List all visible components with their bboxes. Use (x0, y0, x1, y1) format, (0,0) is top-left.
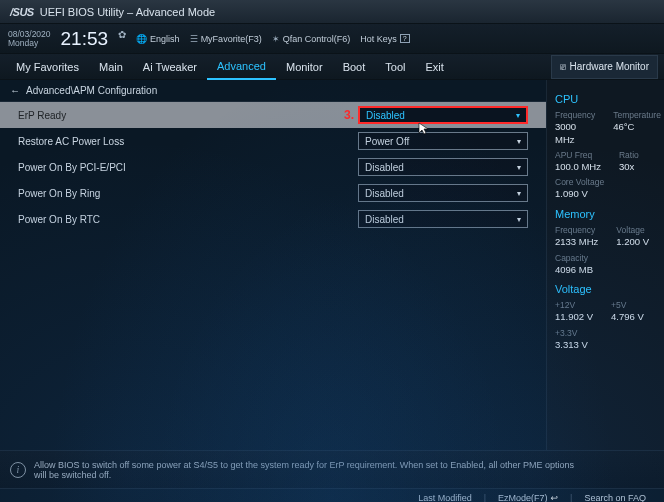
hw-label: Capacity (555, 253, 593, 264)
qfan-label: Qfan Control(F6) (283, 34, 351, 44)
ezmode-button[interactable]: EzMode(F7) ↪ (490, 493, 566, 503)
hardware-monitor-label: Hardware Monitor (570, 61, 649, 72)
dropdown-value: Disabled (365, 214, 404, 225)
info-icon: i (10, 462, 26, 478)
menu-item-main[interactable]: Main (89, 54, 133, 80)
footer-bar: Last Modified | EzMode(F7) ↪ | Search on… (0, 488, 664, 502)
brand-logo: /SUS (10, 6, 34, 18)
hw-label: +12V (555, 300, 593, 311)
hw-value: 3000 MHz (555, 121, 595, 146)
last-modified-button[interactable]: Last Modified (410, 493, 480, 503)
fan-icon: ✶ (272, 34, 280, 44)
date-block: 08/03/2020 Monday (8, 30, 51, 48)
dropdown[interactable]: Power Off▾ (358, 132, 528, 150)
breadcrumb-text: Advanced\APM Configuration (26, 85, 157, 96)
hw-value: 100.0 MHz (555, 161, 601, 173)
chevron-down-icon: ▾ (516, 111, 520, 120)
setting-row[interactable]: ErP Ready3.Disabled▾ (0, 102, 546, 128)
menu-bar: My FavoritesMainAi TweakerAdvancedMonito… (0, 54, 664, 80)
status-bar: 08/03/2020 Monday 21:53 ✿ 🌐 English ☰ My… (0, 24, 664, 54)
hw-value: 1.090 V (555, 188, 604, 200)
hw-cpu-title: CPU (555, 92, 656, 106)
help-bar: i Allow BIOS to switch off some power at… (0, 450, 664, 488)
setting-label: Power On By RTC (18, 214, 358, 225)
star-icon: ☰ (190, 34, 198, 44)
menu-item-boot[interactable]: Boot (333, 54, 376, 80)
dropdown[interactable]: Disabled▾ (358, 184, 528, 202)
hardware-monitor-button[interactable]: ⎚ Hardware Monitor (551, 55, 658, 79)
menu-item-advanced[interactable]: Advanced (207, 54, 276, 80)
myfavorite-label: MyFavorite(F3) (201, 34, 262, 44)
dropdown-value: Disabled (366, 110, 405, 121)
monitor-icon: ⎚ (560, 61, 566, 72)
settings-panel: ← Advanced\APM Configuration ErP Ready3.… (0, 80, 546, 450)
title-bar: /SUS UEFI BIOS Utility – Advanced Mode (0, 0, 664, 24)
menu-item-tool[interactable]: Tool (375, 54, 415, 80)
dropdown[interactable]: Disabled▾ (358, 106, 528, 124)
hw-label: Frequency (555, 225, 598, 236)
hw-voltage-title: Voltage (555, 282, 656, 296)
hw-label: +5V (611, 300, 644, 311)
hardware-monitor-panel: CPU Frequency3000 MHzTemperature46°CAPU … (546, 80, 664, 450)
dropdown-value: Disabled (365, 188, 404, 199)
breadcrumb[interactable]: ← Advanced\APM Configuration (0, 80, 546, 102)
hw-row: Frequency3000 MHzTemperature46°C (555, 110, 656, 146)
globe-icon: 🌐 (136, 34, 147, 44)
hw-label: Core Voltage (555, 177, 604, 188)
help-text: Allow BIOS to switch off some power at S… (34, 460, 574, 480)
setting-row[interactable]: Power On By PCI-E/PCIDisabled▾ (0, 154, 546, 180)
setting-row[interactable]: Restore AC Power LossPower Off▾ (0, 128, 546, 154)
hw-label: APU Freq (555, 150, 601, 161)
hw-label: Voltage (616, 225, 649, 236)
hw-row: +12V11.902 V+5V4.796 V (555, 300, 656, 323)
hw-value: 2133 MHz (555, 236, 598, 248)
hw-value: 46°C (613, 121, 661, 133)
hw-row: +3.3V3.313 V (555, 328, 656, 351)
setting-row[interactable]: Power On By RTCDisabled▾ (0, 206, 546, 232)
gear-icon[interactable]: ✿ (118, 29, 126, 40)
dropdown-value: Disabled (365, 162, 404, 173)
clock: 21:53 (61, 28, 109, 50)
main-area: ← Advanced\APM Configuration ErP Ready3.… (0, 80, 664, 450)
qfan-button[interactable]: ✶ Qfan Control(F6) (272, 34, 351, 44)
separator: | (484, 493, 486, 503)
chevron-down-icon: ▾ (517, 163, 521, 172)
hw-memory-title: Memory (555, 207, 656, 221)
hw-value: 11.902 V (555, 311, 593, 323)
hw-row: Capacity4096 MB (555, 253, 656, 276)
hotkeys-label: Hot Keys (360, 34, 397, 44)
menu-item-monitor[interactable]: Monitor (276, 54, 333, 80)
setting-label: Restore AC Power Loss (18, 136, 358, 147)
dropdown[interactable]: Disabled▾ (358, 210, 528, 228)
language-label: English (150, 34, 180, 44)
chevron-down-icon: ▾ (517, 137, 521, 146)
hw-row: Frequency2133 MHzVoltage1.200 V (555, 225, 656, 248)
settings-list: ErP Ready3.Disabled▾Restore AC Power Los… (0, 102, 546, 450)
hw-label: Temperature (613, 110, 661, 121)
search-faq-button[interactable]: Search on FAQ (576, 493, 654, 503)
dropdown[interactable]: Disabled▾ (358, 158, 528, 176)
hw-label: Ratio (619, 150, 639, 161)
myfavorite-button[interactable]: ☰ MyFavorite(F3) (190, 34, 262, 44)
menu-item-ai-tweaker[interactable]: Ai Tweaker (133, 54, 207, 80)
setting-label: Power On By PCI-E/PCI (18, 162, 358, 173)
question-icon: ? (400, 34, 410, 43)
hw-value: 1.200 V (616, 236, 649, 248)
language-selector[interactable]: 🌐 English (136, 34, 180, 44)
hw-value: 30x (619, 161, 639, 173)
exit-icon: ↪ (550, 493, 558, 503)
hw-value: 4096 MB (555, 264, 593, 276)
hw-value: 4.796 V (611, 311, 644, 323)
dropdown-value: Power Off (365, 136, 409, 147)
hw-value: 3.313 V (555, 339, 588, 351)
hw-row: APU Freq100.0 MHzRatio30x (555, 150, 656, 173)
annotation-marker: 3. (344, 108, 354, 122)
hw-label: +3.3V (555, 328, 588, 339)
menu-item-exit[interactable]: Exit (415, 54, 453, 80)
menu-item-my-favorites[interactable]: My Favorites (6, 54, 89, 80)
setting-row[interactable]: Power On By RingDisabled▾ (0, 180, 546, 206)
back-arrow-icon[interactable]: ← (10, 85, 20, 96)
hw-label: Frequency (555, 110, 595, 121)
day-text: Monday (8, 39, 51, 48)
hotkeys-button[interactable]: Hot Keys ? (360, 34, 409, 44)
